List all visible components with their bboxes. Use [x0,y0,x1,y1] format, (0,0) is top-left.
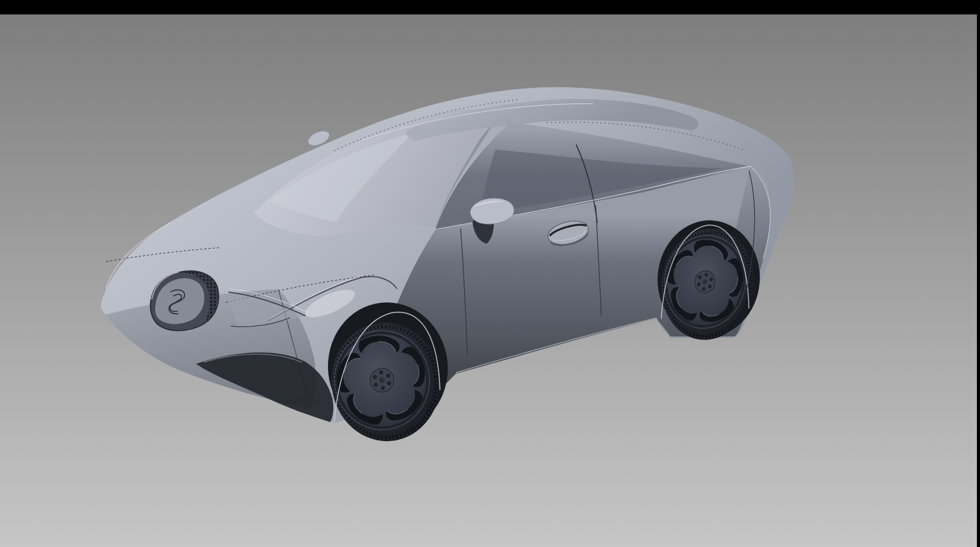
render-canvas [0,0,980,547]
right-letterbox-bar [977,0,980,547]
render-window [0,0,980,547]
top-letterbox-bar [0,0,980,14]
